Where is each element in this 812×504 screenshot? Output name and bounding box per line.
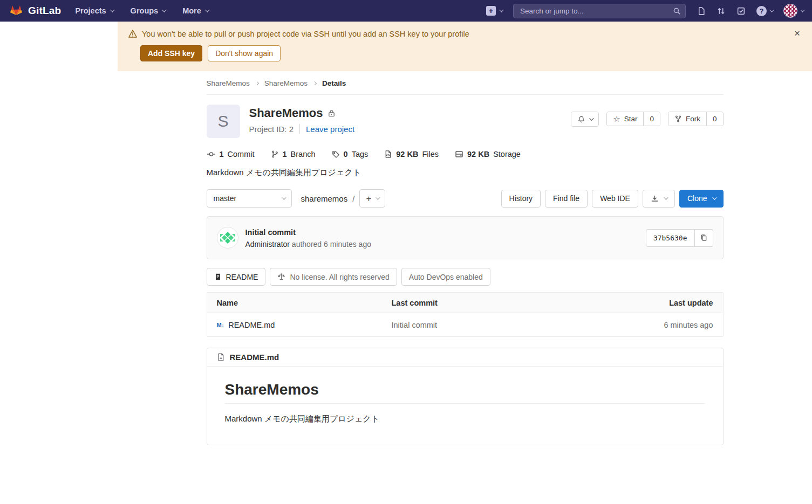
document-icon [217, 353, 225, 362]
branch-icon [271, 150, 279, 158]
nav-item-groups[interactable]: Groups [131, 6, 166, 15]
chevron-down-icon [712, 195, 717, 199]
table-row: M↓ README.md Initial commit 6 minutes ag… [207, 313, 723, 336]
search-icon [673, 7, 681, 15]
nav-item-projects[interactable]: Projects [75, 6, 113, 15]
license-badge-button[interactable]: No license. All rights reserved [270, 268, 397, 286]
commit-title-link[interactable]: Initial commit [245, 228, 296, 237]
tag-icon [332, 150, 340, 158]
row-last-update: 6 minutes ago [605, 321, 713, 329]
download-dropdown[interactable] [643, 190, 675, 208]
stat-commits[interactable]: 1 Commit [207, 150, 255, 158]
file-link-readme[interactable]: M↓ README.md [217, 321, 392, 329]
add-ssh-key-button[interactable]: Add SSH key [140, 45, 202, 61]
gitlab-logo-icon[interactable] [9, 4, 24, 18]
find-file-button[interactable]: Find file [545, 190, 588, 208]
todos-icon[interactable] [736, 6, 746, 16]
chevron-down-icon [162, 8, 166, 12]
nav-item-more[interactable]: More [182, 6, 208, 15]
markdown-file-icon: M↓ [217, 322, 224, 328]
chevron-down-icon [282, 195, 286, 199]
search-input[interactable] [513, 4, 686, 18]
fork-button[interactable]: Fork [668, 112, 706, 126]
scale-icon [277, 273, 285, 281]
merge-requests-icon[interactable] [717, 6, 726, 16]
column-header-last-update: Last update [605, 299, 713, 307]
notification-dropdown[interactable] [571, 112, 599, 127]
help-menu-button[interactable]: ? [756, 6, 773, 16]
banner-message: You won't be able to pull or push projec… [142, 30, 469, 38]
copy-sha-button[interactable] [695, 229, 713, 247]
readme-file-icon [214, 273, 222, 281]
files-icon [384, 150, 392, 158]
chevron-right-icon [313, 81, 317, 85]
readme-panel: README.md ShareMemos Markdown メモの共同編集用プロ… [207, 348, 724, 445]
add-file-dropdown[interactable]: + [359, 189, 385, 208]
column-header-name: Name [217, 299, 392, 307]
user-avatar [783, 4, 797, 18]
bell-icon [577, 115, 585, 123]
close-icon[interactable]: × [794, 28, 800, 38]
project-id-label: Project ID: 2 [249, 125, 294, 134]
readme-filename-link[interactable]: README.md [230, 353, 279, 362]
web-ide-button[interactable]: Web IDE [592, 190, 638, 208]
warning-icon [128, 29, 138, 38]
commit-icon [207, 150, 216, 158]
storage-icon [455, 150, 463, 158]
chevron-down-icon [800, 8, 804, 12]
chevron-down-icon [769, 8, 774, 12]
star-button[interactable]: ☆ Star [607, 112, 643, 126]
chevron-down-icon [664, 195, 668, 199]
brand-title[interactable]: GitLab [28, 5, 61, 17]
fork-icon [674, 115, 682, 123]
star-count[interactable]: 0 [643, 112, 660, 126]
column-header-last-commit: Last commit [392, 299, 605, 307]
readme-badge-button[interactable]: README [207, 268, 266, 286]
readme-body-text: Markdown メモの共同編集用プロジェクト [225, 414, 705, 424]
branch-selector[interactable]: master [207, 189, 292, 208]
plus-icon: + [366, 194, 371, 203]
clone-button[interactable]: Clone [679, 190, 724, 208]
dont-show-again-button[interactable]: Don't show again [208, 45, 281, 61]
stat-branches[interactable]: 1 Branch [271, 150, 316, 158]
stat-storage[interactable]: 92 KB Storage [455, 150, 521, 158]
download-icon [651, 195, 659, 203]
copy-icon [700, 233, 708, 242]
history-button[interactable]: History [501, 190, 541, 208]
star-icon: ☆ [613, 115, 620, 123]
repo-root-link[interactable]: sharememos [301, 194, 348, 203]
stat-tags[interactable]: 0 Tags [332, 150, 369, 158]
stat-files[interactable]: 92 KB Files [384, 150, 439, 158]
project-avatar: S [207, 105, 240, 138]
project-description: Markdown メモの共同編集用プロジェクト [207, 168, 724, 178]
chevron-down-icon [205, 8, 209, 12]
file-path-breadcrumb: sharememos / [301, 194, 355, 203]
divider [299, 124, 300, 134]
page-title: ShareMemos [249, 106, 323, 120]
user-menu-button[interactable] [783, 4, 803, 18]
lock-icon [327, 109, 336, 118]
fork-count[interactable]: 0 [706, 112, 723, 126]
leave-project-link[interactable]: Leave project [306, 125, 354, 134]
chevron-down-icon [376, 195, 380, 199]
issues-icon[interactable] [697, 6, 706, 16]
last-commit-panel: Initial commit Administrator authored 6 … [207, 216, 724, 259]
chevron-down-icon [589, 116, 593, 120]
commit-author-link[interactable]: Administrator [245, 240, 290, 248]
commit-sha: 37b5630e [646, 229, 695, 247]
chevron-down-icon [499, 8, 503, 12]
help-icon: ? [756, 6, 767, 16]
breadcrumb-project-link[interactable]: ShareMemos [264, 79, 308, 87]
new-menu-button[interactable]: + [486, 6, 502, 16]
auto-devops-badge-button[interactable]: Auto DevOps enabled [401, 268, 490, 286]
breadcrumb-group-link[interactable]: ShareMemos [207, 79, 250, 87]
readme-heading: ShareMemos [225, 381, 705, 404]
commit-author-avatar [217, 227, 238, 248]
ssh-warning-banner: You won't be able to pull or push projec… [118, 22, 812, 71]
top-navbar: GitLab Projects Groups More + [0, 0, 812, 22]
project-stats: 1 Commit 1 Branch 0 Tags [207, 150, 724, 158]
commit-authored-text: authored 6 minutes ago [290, 240, 371, 248]
breadcrumb: ShareMemos ShareMemos Details [207, 71, 724, 95]
file-tree-table: Name Last commit Last update M↓ README.m… [207, 292, 724, 337]
row-commit-link[interactable]: Initial commit [392, 321, 605, 329]
